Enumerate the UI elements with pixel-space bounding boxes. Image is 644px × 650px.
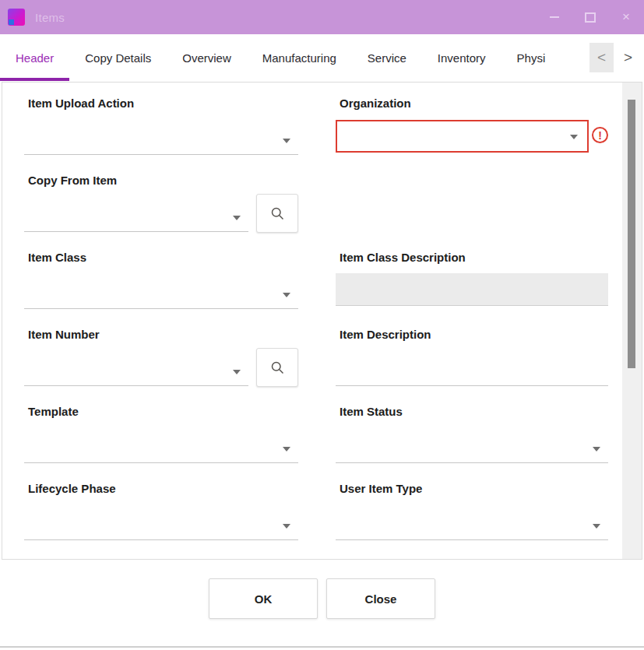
tab-label: Manufacturing [262,51,336,65]
field-item-number: Item Number [24,328,298,391]
minimize-button[interactable] [537,0,572,34]
chevron-down-icon [570,135,578,139]
chevron-left-icon: < [597,49,606,66]
chevron-down-icon [283,447,290,451]
field-label: Item Status [340,405,608,419]
field-item-description: Item Description [336,328,608,391]
field-label: Item Class [28,251,298,265]
tab-physical[interactable]: Physi [501,34,561,82]
chevron-right-icon: > [624,49,632,66]
empty-cell [336,174,608,237]
field-template: Template [24,405,298,468]
field-item-class-description: Item Class Description [336,251,608,314]
tab-header[interactable]: Header [0,34,69,82]
field-item-class: Item Class [24,251,298,314]
item-description-input[interactable] [336,357,608,386]
dialog-footer: OK Close [0,560,644,646]
form-row: Copy From Item [24,160,609,237]
tab-label: Physi [517,51,546,65]
item-number-search-button[interactable] [256,348,298,387]
tab-service[interactable]: Service [352,34,422,82]
field-label: Item Upload Action [28,97,298,111]
items-dialog-window: Items × Header Copy Details Overview Man… [0,0,644,650]
field-label: Organization [340,97,608,111]
field-label: User Item Type [340,482,608,496]
tab-label: Header [16,51,54,65]
window-controls: × [537,0,644,34]
tab-overview[interactable]: Overview [167,34,247,82]
tab-bar: Header Copy Details Overview Manufacturi… [0,34,644,82]
vertical-scrollbar[interactable] [622,83,642,559]
form-panel: Item Upload Action Organization ! [2,82,642,560]
maximize-button[interactable] [572,0,608,34]
chevron-down-icon [233,216,241,220]
field-label: Lifecycle Phase [28,482,298,496]
error-icon: ! [592,127,608,143]
item-number-dropdown[interactable] [24,357,248,386]
field-organization: Organization ! [336,97,608,160]
user-item-type-dropdown[interactable] [336,511,608,540]
item-class-description-input-disabled [336,273,608,306]
field-label: Copy From Item [28,174,298,188]
form-row: Lifecycle Phase User Item Type [24,468,609,545]
chevron-down-icon [283,524,290,529]
item-upload-action-dropdown[interactable] [24,125,298,155]
window-title: Items [35,11,65,24]
item-class-dropdown[interactable] [24,279,298,309]
field-item-upload-action: Item Upload Action [24,97,298,160]
field-label: Template [28,405,298,419]
organization-dropdown[interactable] [336,120,589,153]
field-lifecycle-phase: Lifecycle Phase [24,482,298,545]
lifecycle-phase-dropdown[interactable] [24,511,298,540]
minimize-icon [550,16,559,18]
search-icon [269,360,286,376]
form-row: Item Class Item Class Description [24,237,609,314]
tab-label: Inventory [438,51,486,65]
field-label: Item Number [28,328,298,342]
tab-copy-details[interactable]: Copy Details [69,34,167,82]
app-logo-icon [8,9,25,26]
app-logo-blue-square [9,19,14,25]
form-body: Item Upload Action Organization ! [24,83,609,559]
search-icon [269,206,286,222]
tab-manufacturing[interactable]: Manufacturing [247,34,352,82]
close-button[interactable]: × [608,0,644,34]
tab-label: Service [368,51,406,65]
maximize-icon [585,12,596,23]
field-label: Item Class Description [340,251,608,265]
tab-inventory[interactable]: Inventory [422,34,501,82]
tab-label: Copy Details [85,51,151,65]
chevron-down-icon [233,370,241,374]
chevron-down-icon [593,524,600,529]
field-item-status: Item Status [336,405,608,468]
tabs-scroll-left-button[interactable]: < [589,43,614,72]
ok-button[interactable]: OK [209,578,318,619]
template-dropdown[interactable] [24,434,298,463]
tabs-scroll-right-button[interactable]: > [616,43,640,72]
scrollbar-thumb[interactable] [628,100,635,368]
copy-from-item-search-button[interactable] [256,194,298,233]
form-row: Template Item Status [24,391,609,468]
field-label: Item Description [340,328,608,342]
chevron-down-icon [283,293,290,297]
tab-label: Overview [182,51,231,65]
window-bottom-edge [0,646,644,648]
chevron-down-icon [593,447,600,451]
close-dialog-button[interactable]: Close [326,578,435,619]
form-row: Item Upload Action Organization ! [24,83,609,160]
field-user-item-type: User Item Type [336,482,608,545]
tab-scroll-controls: < > [589,43,640,72]
form-row: Item Number [24,314,609,391]
item-status-dropdown[interactable] [336,434,608,463]
titlebar: Items × [0,0,644,34]
tabs-strip: Header Copy Details Overview Manufacturi… [0,34,593,82]
copy-from-item-dropdown[interactable] [24,202,248,232]
chevron-down-icon [283,139,290,143]
field-copy-from-item: Copy From Item [24,174,298,237]
